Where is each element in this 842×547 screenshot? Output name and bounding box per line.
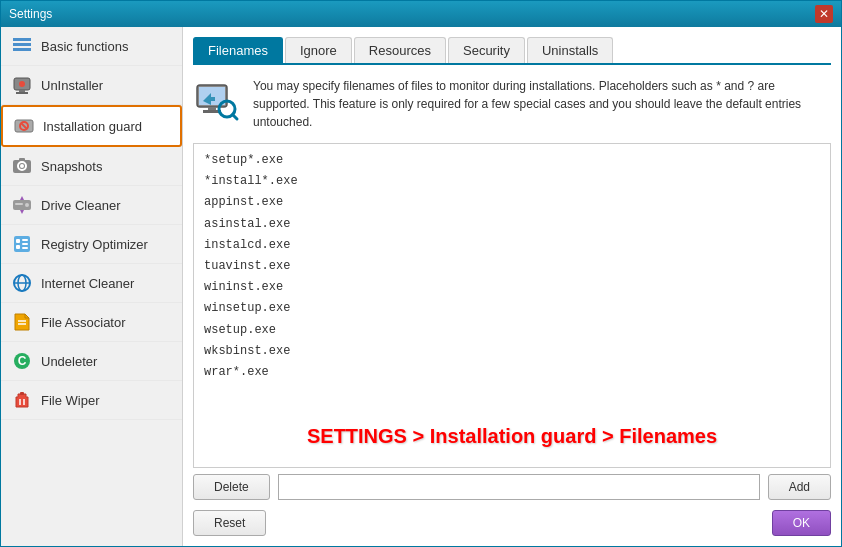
svg-point-12 [20,164,24,168]
filelist-area[interactable]: *setup*.exe*install*.exeappinst.exeasins… [193,143,831,468]
svg-rect-21 [22,243,28,245]
svg-rect-22 [22,247,28,249]
list-item[interactable]: wksbinst.exe [202,341,822,362]
svg-rect-6 [16,92,28,94]
list-item[interactable]: tuavinst.exe [202,256,822,277]
footer-row: Reset OK [193,510,831,536]
settings-window: Settings ✕ Basic functions [0,0,842,547]
drive-cleaner-label: Drive Cleaner [41,198,120,213]
ok-button[interactable]: OK [772,510,831,536]
list-item[interactable]: winsetup.exe [202,298,822,319]
svg-rect-20 [22,239,28,241]
info-box: You may specify filenames of files to mo… [193,77,831,131]
svg-rect-1 [13,43,31,46]
reset-button[interactable]: Reset [193,510,266,536]
installation-guard-label: Installation guard [43,119,142,134]
sidebar-item-installation-guard[interactable]: Installation guard [1,105,182,147]
list-item[interactable]: instalcd.exe [202,235,822,256]
tab-uninstalls[interactable]: Uninstalls [527,37,613,63]
tab-security[interactable]: Security [448,37,525,63]
svg-rect-30 [20,392,24,395]
tab-ignore[interactable]: Ignore [285,37,352,63]
installation-guard-icon [13,115,35,137]
sidebar-item-uninstaller[interactable]: UnInstaller [1,66,182,105]
file-wiper-icon [11,389,33,411]
sidebar-item-file-wiper[interactable]: File Wiper [1,381,182,420]
sidebar-item-basic-functions[interactable]: Basic functions [1,27,182,66]
tab-filenames[interactable]: Filenames [193,37,283,63]
file-associator-icon [11,311,33,333]
svg-point-15 [25,203,29,207]
svg-rect-13 [19,158,25,161]
svg-line-38 [233,115,238,120]
sidebar-item-snapshots[interactable]: Snapshots [1,147,182,186]
snapshots-icon [11,155,33,177]
list-item[interactable]: *install*.exe [202,171,822,192]
internet-cleaner-icon [11,272,33,294]
list-item[interactable]: wsetup.exe [202,320,822,341]
action-row: Delete Add [193,474,831,500]
svg-rect-2 [13,48,31,51]
registry-optimizer-label: Registry Optimizer [41,237,148,252]
file-associator-label: File Associator [41,315,126,330]
info-text: You may specify filenames of files to mo… [253,77,831,131]
tab-bar: Filenames Ignore Resources Security Unin… [193,37,831,65]
internet-cleaner-label: Internet Cleaner [41,276,134,291]
main-panel: Filenames Ignore Resources Security Unin… [183,27,841,546]
filename-input[interactable] [278,474,760,500]
tab-resources[interactable]: Resources [354,37,446,63]
uninstaller-label: UnInstaller [41,78,103,93]
main-content: Basic functions UnInstaller [1,27,841,546]
svg-rect-0 [13,38,31,41]
delete-button[interactable]: Delete [193,474,270,500]
basic-functions-label: Basic functions [41,39,128,54]
uninstaller-icon [11,74,33,96]
filelist-content: *setup*.exe*install*.exeappinst.exeasins… [202,150,822,383]
registry-optimizer-icon [11,233,33,255]
list-item[interactable]: appinst.exe [202,192,822,213]
sidebar-item-internet-cleaner[interactable]: Internet Cleaner [1,264,182,303]
sidebar-item-file-associator[interactable]: File Associator [1,303,182,342]
undeleter-label: Undeleter [41,354,97,369]
svg-rect-16 [15,203,23,205]
svg-rect-19 [16,245,20,249]
sidebar-item-registry-optimizer[interactable]: Registry Optimizer [1,225,182,264]
list-item[interactable]: asinstal.exe [202,214,822,235]
undeleter-icon: C [11,350,33,372]
watermark-text: SETTINGS > Installation guard > Filename… [307,420,717,452]
sidebar-item-drive-cleaner[interactable]: Drive Cleaner [1,186,182,225]
basic-functions-icon [11,35,33,57]
sidebar-item-undeleter[interactable]: C Undeleter [1,342,182,381]
sidebar: Basic functions UnInstaller [1,27,183,546]
titlebar: Settings ✕ [1,1,841,27]
drive-cleaner-icon [11,194,33,216]
list-item[interactable]: *setup*.exe [202,150,822,171]
window-title: Settings [9,7,52,21]
list-item[interactable]: wrar*.exe [202,362,822,383]
close-button[interactable]: ✕ [815,5,833,23]
file-wiper-label: File Wiper [41,393,100,408]
list-item[interactable]: wininst.exe [202,277,822,298]
svg-rect-18 [16,239,20,243]
add-button[interactable]: Add [768,474,831,500]
svg-text:C: C [18,354,27,368]
info-icon [193,77,241,125]
snapshots-label: Snapshots [41,159,102,174]
svg-point-4 [19,81,25,87]
